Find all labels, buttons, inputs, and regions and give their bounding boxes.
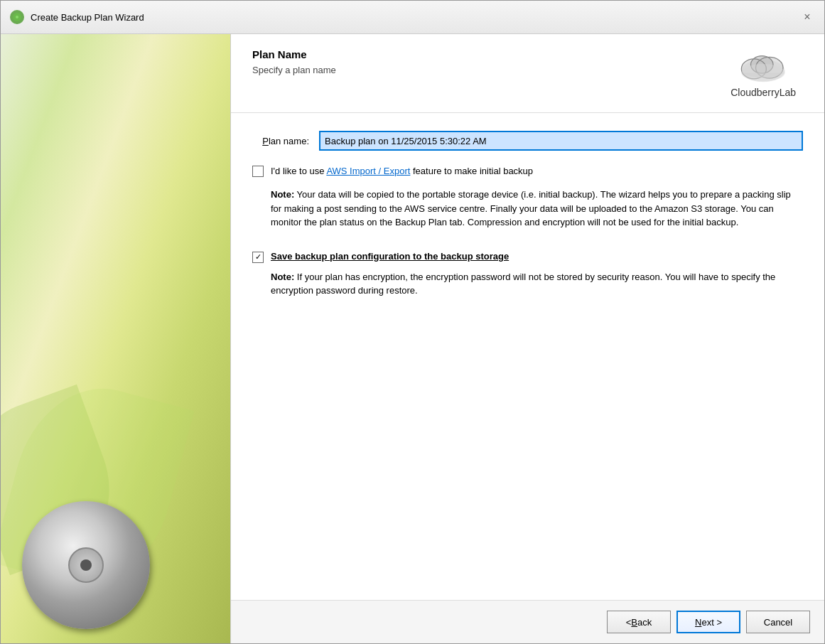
cancel-button[interactable]: Cancel [746, 611, 810, 633]
plan-name-underline-p: P [262, 136, 269, 146]
cloud-icon [738, 48, 788, 84]
aws-label-suffix: feature to make initial backup [410, 166, 533, 176]
save-config-note: Note: If your plan has encryption, the e… [271, 270, 803, 298]
save-config-checkbox-row: Save backup plan configuration to the ba… [252, 251, 803, 263]
close-button[interactable]: × [799, 9, 816, 26]
next-underline: N [695, 617, 701, 628]
plan-name-input[interactable] [319, 131, 803, 151]
aws-label-prefix: I'd like to use [271, 166, 326, 176]
aws-import-checkbox[interactable] [252, 166, 264, 177]
next-button[interactable]: Next > [676, 611, 740, 633]
header-section: Plan Name Specify a plan name [231, 34, 824, 113]
plan-name-row: Plan name: [252, 131, 803, 151]
cd-disc-decoration [22, 501, 150, 629]
title-bar-text: Create Backup Plan Wizard [31, 12, 799, 23]
title-bar: Create Backup Plan Wizard × [1, 1, 824, 34]
logo-text: CloudberryLab [730, 87, 796, 98]
svg-point-2 [16, 16, 18, 18]
aws-checkbox-label: I'd like to use AWS Import / Export feat… [271, 165, 533, 178]
aws-import-export-link[interactable]: AWS Import / Export [326, 166, 410, 176]
back-button[interactable]: < Back [607, 611, 671, 633]
sidebar [1, 34, 230, 643]
main-panel: Plan Name Specify a plan name [230, 34, 824, 643]
content-area: Plan Name Specify a plan name [1, 34, 824, 643]
aws-checkbox-row: I'd like to use AWS Import / Export feat… [252, 165, 803, 178]
app-icon [9, 9, 25, 25]
plan-name-label: Plan name: [252, 136, 309, 146]
save-config-label: Save backup plan configuration to the ba… [271, 251, 509, 262]
header-text-block: Plan Name Specify a plan name [252, 48, 336, 75]
form-section: Plan name: I'd like to use AWS Import / … [231, 113, 824, 600]
plan-name-label-text: Plan name: [262, 136, 309, 146]
page-title: Plan Name [252, 48, 336, 60]
save-config-section: Save backup plan configuration to the ba… [252, 251, 803, 298]
footer: < Back Next > Cancel [231, 600, 824, 643]
dialog-window: Create Backup Plan Wizard × Plan Name [0, 0, 825, 644]
page-subtitle: Specify a plan name [252, 65, 336, 75]
cloudberry-logo: CloudberryLab [730, 48, 796, 98]
back-underline: B [631, 617, 637, 628]
aws-note-block: Note: Your data will be copied to the po… [271, 188, 803, 230]
save-config-checkbox[interactable] [252, 252, 264, 263]
aws-note-text: Note: Your data will be copied to the po… [271, 189, 791, 227]
